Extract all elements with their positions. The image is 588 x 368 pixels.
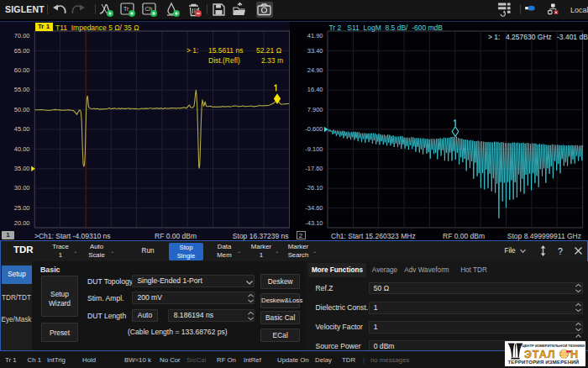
svg-text:Tr: Tr	[123, 6, 129, 12]
svg-text:Ch: Ch	[145, 6, 153, 12]
svg-text:ЦЕНТР ИЗМЕРИТЕЛЬНОЙ ТЕХНИКИ: ЦЕНТР ИЗМЕРИТЕЛЬНОЙ ТЕХНИКИ	[522, 344, 585, 348]
svg-text:ТЕРРИТОРИЯ ИЗМЕРЕНИЙ: ТЕРРИТОРИЯ ИЗМЕРЕНИЙ	[508, 359, 580, 365]
